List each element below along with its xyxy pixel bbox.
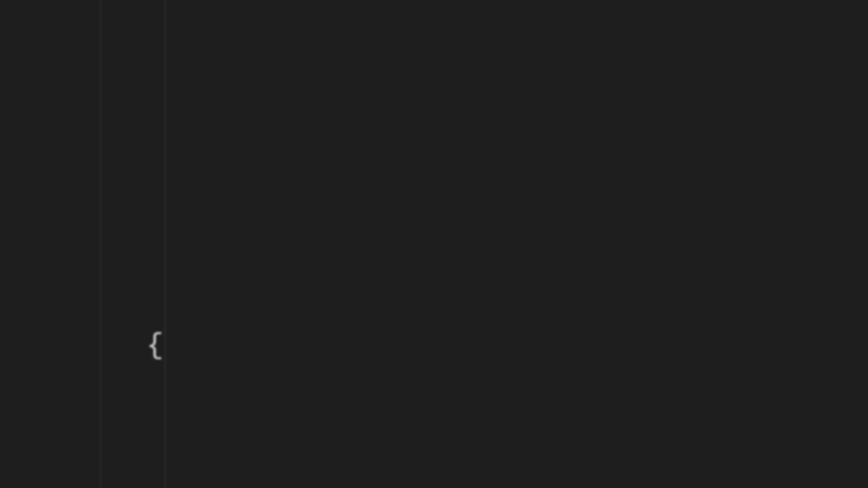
code-area[interactable]: * { margin: 0; padding: 0; box-sizing: b… [20, 0, 868, 488]
code-line: { [81, 325, 868, 366]
open-brace: { [146, 329, 164, 362]
indent-guide [165, 0, 165, 488]
css-selector: * [102, 0, 119, 9]
code-editor[interactable]: * { margin: 0; padding: 0; box-sizing: b… [0, 0, 868, 488]
editor-gutter [0, 0, 20, 488]
indent-guide [100, 0, 101, 488]
